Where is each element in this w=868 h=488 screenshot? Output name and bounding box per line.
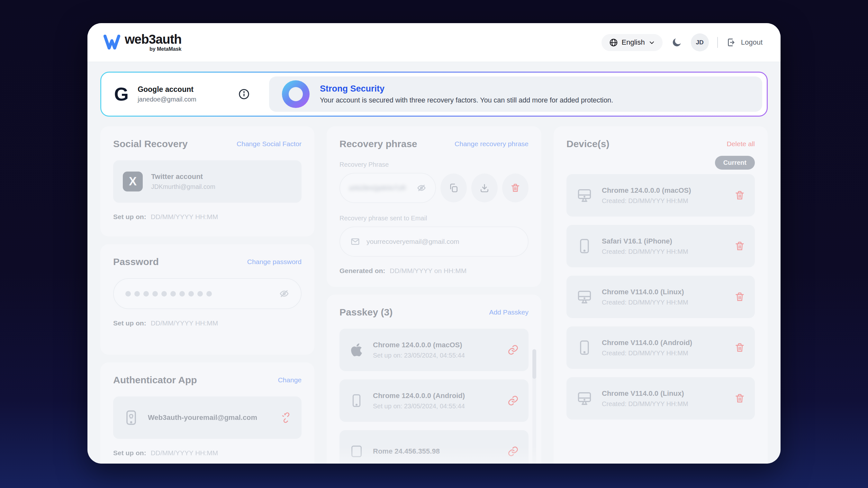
chevron-down-icon (649, 39, 655, 45)
x-twitter-icon: X (123, 171, 143, 192)
device-meta: Created: DD/MM/YYY HH:MM (602, 350, 692, 357)
copy-phrase-button[interactable] (440, 173, 467, 202)
device-row: Chrome V114.0.0 (Android) Created: DD/MM… (566, 326, 755, 369)
recovery-phrase-label: Recovery Phrase (340, 161, 528, 168)
security-score-ring (282, 80, 310, 108)
security-status-title: Strong Security (320, 84, 613, 94)
logout-button[interactable]: Logout (726, 37, 763, 47)
device-name: Chrome V114.0.0 (Android) (602, 338, 692, 347)
download-phrase-button[interactable] (471, 173, 498, 202)
setup-on-value: DD/MM/YYYY HH:MM (151, 213, 218, 221)
recovery-phrase-field[interactable]: aXk29mQpW4vTzR (340, 173, 436, 203)
delete-device-icon[interactable] (734, 240, 745, 252)
link-icon[interactable] (507, 446, 519, 457)
password-title: Password (113, 256, 159, 267)
google-icon: G (114, 85, 129, 103)
web3auth-logo: web3auth by MetaMask (103, 33, 181, 52)
passkey-name: Chrome 124.0.0.0 (macOS) (373, 341, 465, 349)
delete-device-icon[interactable] (734, 393, 745, 404)
setup-on-value: DD/MM/YYYY HH:MM (151, 449, 218, 457)
dashboard-content: G Google account janedoe@gmail.com Stron… (88, 62, 780, 464)
phone-auth-icon (123, 409, 140, 426)
app-header: web3auth by MetaMask English JD (88, 23, 780, 62)
eye-off-icon[interactable] (416, 183, 426, 193)
passkey-card: Passkey (3) Add Passkey Chrome 124.0.0.0… (327, 295, 541, 464)
passkey-scrollbar[interactable] (532, 349, 536, 464)
authenticator-row: Web3auth-youremail@gmal.com (113, 396, 302, 439)
recovery-email-field[interactable]: yourrecoveryemail@gmail.com (340, 227, 528, 257)
link-icon[interactable] (507, 395, 519, 406)
change-password-link[interactable]: Change password (247, 258, 302, 266)
passkey-name: Chrome 124.0.0.0 (Android) (373, 392, 465, 400)
main-window: web3auth by MetaMask English JD (88, 23, 780, 464)
change-social-factor-link[interactable]: Change Social Factor (237, 140, 302, 148)
setup-on-label: Set up on: (113, 319, 146, 327)
phone-icon (576, 339, 593, 356)
security-status-panel: Strong Security Your account is secured … (269, 76, 762, 112)
recovery-email-label: Recovery phrase sent to Email (340, 215, 528, 222)
generated-on-label: Generated on: (340, 267, 385, 275)
devices-title: Device(s) (566, 138, 609, 150)
passkey-list: Chrome 124.0.0.0 (macOS) Set up on: 23/0… (340, 329, 528, 464)
change-authenticator-link[interactable]: Change (278, 376, 302, 384)
desktop-icon (576, 390, 593, 407)
logo-byline: by MetaMask (125, 46, 181, 52)
recovery-email-value: yourrecoveryemail@gmail.com (367, 238, 459, 246)
device-meta: Created: DD/MM/YYY HH:MM (602, 299, 688, 306)
device-name: Chrome 124.0.0.0 (macOS) (602, 186, 691, 195)
delete-device-icon[interactable] (734, 291, 745, 302)
generated-on-value: DD/MM/YYYY on HH:MM (390, 267, 466, 275)
phone-icon (349, 393, 364, 408)
device-row: Safari V16.1 (iPhone) Created: DD/MM/YYY… (566, 225, 755, 267)
passkey-name: Rome 24.456.355.98 (373, 447, 440, 456)
logo-brand-text: web3auth (125, 33, 181, 45)
device-meta: Created: DD/MM/YYY HH:MM (602, 197, 691, 205)
delete-all-devices-link[interactable]: Delete all (726, 140, 755, 148)
security-status-description: Your account is secured with three recov… (320, 96, 613, 104)
social-recovery-title: Social Recovery (113, 138, 188, 150)
delete-device-icon[interactable] (734, 342, 745, 353)
info-icon[interactable] (238, 88, 250, 100)
password-field[interactable] (113, 278, 302, 309)
passkey-meta: Set up on: 23/05/2024, 04:55:44 (373, 352, 465, 359)
passkey-item: Chrome 124.0.0.0 (Android) Set up on: 23… (340, 380, 528, 422)
security-banner: G Google account janedoe@gmail.com Stron… (100, 72, 768, 117)
device-row: Chrome V114.0.0 (Linux) Created: DD/MM/Y… (566, 377, 755, 420)
authenticator-title: Authenticator App (113, 375, 197, 386)
password-card: Password Change password Set up on: DD/M… (100, 244, 314, 354)
delete-phrase-button[interactable] (502, 173, 528, 202)
apple-icon (349, 343, 364, 357)
tablet-icon (349, 444, 364, 459)
change-recovery-phrase-link[interactable]: Change recovery phrase (455, 140, 528, 148)
delete-device-icon[interactable] (734, 190, 745, 201)
avatar-initials: JD (696, 39, 704, 46)
recovery-phrase-card: Recovery phrase Change recovery phrase R… (327, 126, 541, 287)
user-avatar[interactable]: JD (691, 33, 709, 52)
passkey-title: Passkey (3) (340, 307, 393, 318)
setup-on-label: Set up on: (113, 449, 146, 457)
dark-mode-toggle[interactable] (671, 37, 682, 48)
passkey-meta: Set up on: 23/05/2024, 04:55:44 (373, 402, 465, 410)
eye-off-icon[interactable] (279, 289, 289, 299)
social-account-email: JDKmurthi@gmail.com (151, 183, 215, 191)
link-icon[interactable] (507, 344, 519, 356)
language-selector[interactable]: English (601, 34, 662, 51)
device-name: Safari V16.1 (iPhone) (602, 237, 688, 246)
social-recovery-card: Social Recovery Change Social Factor X T… (100, 126, 314, 236)
authenticator-card: Authenticator App Change Web3auth-yourem… (100, 362, 314, 464)
devices-list: Chrome 124.0.0.0 (macOS) Created: DD/MM/… (566, 174, 755, 420)
unlink-icon[interactable] (281, 412, 292, 423)
device-name: Chrome V114.0.0 (Linux) (602, 389, 688, 398)
device-name: Chrome V114.0.0 (Linux) (602, 288, 688, 296)
add-passkey-link[interactable]: Add Passkey (489, 308, 528, 316)
desktop-icon (576, 187, 593, 204)
passkey-item: Chrome 124.0.0.0 (macOS) Set up on: 23/0… (340, 329, 528, 371)
social-account-name: Twitter account (151, 172, 215, 181)
passkey-item: Rome 24.456.355.98 (340, 430, 528, 464)
provider-email: janedoe@gmail.com (137, 96, 196, 103)
scrollbar-thumb[interactable] (532, 349, 536, 379)
globe-icon (609, 38, 618, 47)
current-device-badge: Current (715, 156, 755, 170)
device-meta: Created: DD/MM/YYY HH:MM (602, 248, 688, 255)
device-row: Chrome 124.0.0.0 (macOS) Created: DD/MM/… (566, 174, 755, 217)
